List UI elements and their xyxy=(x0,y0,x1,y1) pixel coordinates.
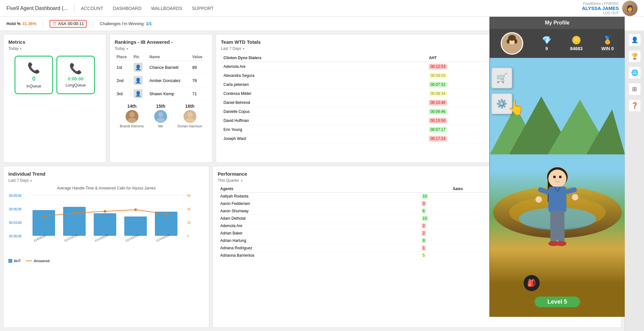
svg-rect-18 xyxy=(33,210,55,236)
team-arrow: ▾ xyxy=(243,47,244,51)
svg-rect-20 xyxy=(94,213,116,236)
svg-point-50 xyxy=(553,176,556,178)
coins-value: 84683 xyxy=(570,46,582,51)
metrics-period[interactable]: Today ▾ xyxy=(8,46,101,51)
team-name: Joseph Ward xyxy=(221,134,426,143)
perf-sales: 10 xyxy=(419,193,497,200)
rank-positions: 14th Brandi Klemme 15th Me xyxy=(115,104,207,128)
legend-answered: Answered xyxy=(26,259,50,263)
rank-16-num: 16th xyxy=(185,104,194,109)
longqueue-card: 📞 0:00:00 LongQueue xyxy=(56,56,95,94)
profile-stat-medal: 🏅 WIN 0 xyxy=(601,36,614,51)
perf-agent: Adrianna Barrientos xyxy=(218,252,419,259)
nav-divider xyxy=(74,4,74,13)
inqueue-icon: 📞 xyxy=(27,62,40,74)
perf-col-sales: Sales xyxy=(419,185,497,193)
nav-support[interactable]: SUPPORT xyxy=(192,6,213,11)
sidebar-icon-trophy[interactable]: 🏆 xyxy=(629,51,640,62)
metrics-panel: Metrics Today ▾ 📞 0 InQueue 📞 0:00:00 Lo… xyxy=(3,34,106,163)
svg-point-25 xyxy=(104,210,106,213)
sidebar-icon-person[interactable]: 👤 xyxy=(629,34,640,46)
svg-point-27 xyxy=(165,213,167,215)
inqueue-card: 📞 0 InQueue xyxy=(14,56,53,94)
rank-value: 89 xyxy=(190,61,207,74)
team-period: Last 7 Days xyxy=(221,46,241,51)
bag-icon[interactable]: 🎒 xyxy=(524,275,540,291)
table-row: 1st 👤 Chance Barnett 89 xyxy=(115,61,207,74)
team-name: Erin Young xyxy=(221,125,426,134)
svg-rect-19 xyxy=(63,207,86,236)
rank-value: 76 xyxy=(190,74,207,87)
perf-sales: 6 xyxy=(419,207,497,215)
avatar-image: 👩 xyxy=(622,1,638,16)
perf-sales: 15 xyxy=(419,215,497,222)
metrics-title: Metrics xyxy=(8,39,101,45)
rank-name: Amber Gonzalez xyxy=(147,74,190,87)
svg-text:00:03:00: 00:03:00 xyxy=(9,221,22,225)
nav-dashboard[interactable]: DASHBOARD xyxy=(113,6,142,11)
trend-period: Last 7 Days xyxy=(8,178,29,183)
rankings-table: Place Pic Name Value 1st 👤 Chance Barnet… xyxy=(115,53,207,100)
rank-pic: 👤 xyxy=(132,61,147,74)
rank-15-avatar xyxy=(154,110,167,123)
chart-svg: 00:09:00 00:06:00 00:03:00 00:00:00 60 4… xyxy=(8,192,195,250)
level-text: Level 5 xyxy=(547,299,567,305)
svg-rect-58 xyxy=(550,224,557,243)
chart-legend: AHT Answered xyxy=(8,259,204,263)
nav-account[interactable]: ACCOUNT xyxy=(81,6,103,11)
svg-point-55 xyxy=(535,196,542,203)
app-title: Five9 Agent Dashboard (... xyxy=(6,5,68,11)
avatar[interactable]: 👩 xyxy=(622,1,638,16)
svg-text:40: 40 xyxy=(187,207,191,211)
svg-point-1 xyxy=(128,118,137,123)
table-row: 3rd 👤 Shawn Kemp 71 xyxy=(115,87,207,100)
rank-14-name: Brandi Klemme xyxy=(120,124,144,128)
rankings-arrow: ▾ xyxy=(127,47,128,51)
medal-icon: 🏅 xyxy=(603,36,612,45)
nav-wallboards[interactable]: WALLBOARDS xyxy=(151,6,182,11)
popup-gear[interactable]: ⚙️ xyxy=(491,93,512,114)
rank-pos-15: 15th Me xyxy=(154,104,167,128)
table-row: 2nd 👤 Amber Gonzalez 76 xyxy=(115,74,207,87)
team-name: Ademola Are xyxy=(221,62,426,71)
svg-text:00:00:00: 00:00:00 xyxy=(9,234,22,238)
perf-sales: 3 xyxy=(419,200,497,207)
team-name: Contessa Milder xyxy=(221,89,426,98)
profile-overlay: My Profile 💎 9 🪙 84683 🏅 WIN 0 xyxy=(489,17,625,317)
sidebar-icon-globe[interactable]: 🌐 xyxy=(629,67,640,78)
svg-point-23 xyxy=(43,215,45,217)
svg-point-37 xyxy=(514,39,517,44)
svg-rect-59 xyxy=(558,224,564,243)
scene-overlay: Level 5 🎒 🛒 ⚙️ 👆 xyxy=(490,58,625,317)
perf-arrow: ▾ xyxy=(241,179,242,182)
popup-cart[interactable]: 🛒 xyxy=(491,68,512,88)
challenges: Challenges I'm Winning: 1/1 xyxy=(100,21,152,26)
profile-header: My Profile xyxy=(490,17,625,29)
longqueue-icon: 📞 xyxy=(69,62,82,75)
logout-link[interactable]: LOG OUT xyxy=(603,11,619,15)
sidebar-icon-help[interactable]: ❓ xyxy=(629,100,640,111)
profile-scene: Level 5 🎒 🛒 ⚙️ 👆 xyxy=(490,58,625,317)
sidebar-icon-grid[interactable]: ⊞ xyxy=(629,83,640,95)
rank-14-avatar xyxy=(126,110,138,123)
rank-place: 1st xyxy=(115,61,132,74)
perf-agent: Adrian Baker xyxy=(218,230,419,237)
user-name: ALYSSA JAMES xyxy=(582,5,619,11)
rank-pos-16: 16th Dorian Harrison xyxy=(177,104,202,128)
trend-title: Individual Trend xyxy=(8,171,204,177)
longqueue-value: 0:00:00 xyxy=(68,76,83,81)
inqueue-value: 0 xyxy=(32,76,35,82)
trend-panel: Individual Trend Last 7 Days ▾ Average H… xyxy=(3,166,209,328)
svg-point-0 xyxy=(129,112,135,117)
perf-agent: Aaron Shumway xyxy=(218,207,419,215)
hold-value: 31.36% xyxy=(22,21,36,26)
perf-agent: Adriana Rodriguez xyxy=(218,244,419,252)
perf-sales: 1 xyxy=(419,244,497,252)
top-navigation: Five9 Agent Dashboard (... ACCOUNT DASHB… xyxy=(0,0,644,17)
legend-aht: AHT xyxy=(8,259,21,263)
perf-sales: 2 xyxy=(419,230,497,237)
hold-label: Hold % xyxy=(6,21,21,26)
perf-sales: 5 xyxy=(419,252,497,259)
status-divider-1 xyxy=(43,20,43,27)
rank-15-num: 15th xyxy=(156,104,166,109)
